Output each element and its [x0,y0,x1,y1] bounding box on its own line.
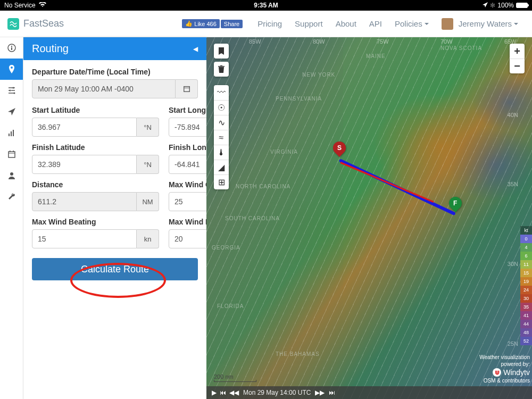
start-lat-input[interactable] [32,118,137,137]
map-timeline[interactable]: ▶ ⏮ ◀◀ Mon 29 May 14:00 UTC ▶▶ ⏭ [206,386,532,399]
lat-label: 25N [508,340,518,347]
calendar-icon[interactable] [176,79,198,98]
svg-point-5 [13,93,15,94]
precip-layer-button[interactable]: ◢ [214,160,229,174]
state-label: PENNSYLVANIA [276,96,322,102]
map-canvas[interactable]: 85W 80W 75W 70W 65W 40N 35N 30N 25N MAIN… [206,37,532,399]
nav-pricing[interactable]: Pricing [251,19,288,28]
finish-marker[interactable]: F [449,197,462,214]
wifi-icon [39,2,46,9]
panel-header[interactable]: Routing ◀ [23,37,206,60]
rail-calendar[interactable] [0,144,23,165]
beating-label: Max Wind Beating [32,218,159,226]
rail-info[interactable] [0,37,23,59]
svg-rect-7 [11,131,12,136]
scale-cell: 0 [520,235,532,243]
state-label: GEORGIA [212,245,240,251]
scale-cell: 4 [520,243,532,252]
beating-input[interactable] [32,229,137,248]
top-nav: FastSeas 👍 Like 466 Share Pricing Suppor… [0,11,532,37]
distance-input [32,192,137,211]
brand-name: FastSeas [23,18,64,29]
routing-panel: Routing ◀ Departure Date/Time (Local Tim… [23,37,206,399]
zoom-in-button[interactable]: + [510,44,525,59]
waves-layer-button[interactable]: ∿ [214,115,229,130]
rail-navigate[interactable] [0,101,23,122]
scale-cell: 41 [520,311,532,320]
departure-input[interactable] [32,79,176,98]
state-label: NEW YORK [302,72,335,78]
start-lat-label: Start Latitude [32,106,159,114]
zoom-out-button[interactable]: − [510,59,525,73]
svg-point-3 [12,87,14,89]
battery-percent: 100% [497,2,514,9]
step-fwd-button[interactable]: ▶▶ [315,389,325,396]
bookmark-button[interactable] [214,44,229,59]
svg-point-4 [9,90,11,92]
scale-cell: 6 [520,252,532,260]
rail-stats[interactable] [0,122,23,144]
wind-layer-button[interactable]: 〰 [214,85,229,100]
bluetooth-icon: ✻ [490,2,495,9]
nav-support[interactable]: Support [288,19,329,28]
fb-like-button[interactable]: 👍 Like 466 [182,19,220,28]
nav-policies[interactable]: Policies [388,19,435,28]
play-button[interactable]: ▶ [212,389,217,396]
grid-layer-button[interactable]: ⊞ [214,174,229,189]
svg-rect-12 [13,151,14,152]
step-back-button[interactable]: ◀◀ [229,389,239,396]
rail-profile[interactable] [0,165,23,186]
location-icon [483,2,488,9]
pressure-layer-button[interactable]: ☉ [214,100,229,115]
distance-label: Distance [32,180,159,189]
state-label: FLORIDA [217,303,244,309]
finish-lat-input[interactable] [32,155,137,174]
unit-n: °N [137,155,159,174]
temp-layer-button[interactable]: 🌡 [214,145,229,160]
map-delete-toolbar [214,62,229,77]
rail-tools[interactable] [0,186,23,207]
carrier-text: No Service [4,2,36,9]
lat-label: 35N [508,181,518,187]
nav-user[interactable]: Jeremy Waters [435,18,525,30]
windy-icon: ⋓ [493,368,501,377]
panel-title: Routing [32,43,69,55]
calculate-route-button[interactable]: Calculate Route [32,258,198,280]
lat-label: 40N [508,112,518,118]
chevron-down-icon [514,23,518,25]
state-label: SOUTH CAROLINA [225,215,280,221]
lon-label: 80W [313,38,325,45]
state-label: NORTH CAROLINA [236,184,290,189]
lon-label: 70W [440,38,453,45]
scale-cell: 52 [520,337,532,345]
wind-color-scale: kt 04611151924303541444852 [520,226,532,345]
fb-share-button[interactable]: Share [221,20,243,28]
lon-label: 85W [249,38,261,45]
brand[interactable]: FastSeas [7,18,64,30]
state-label: NOVA SCOTIA [440,45,482,51]
nav-about[interactable]: About [329,19,363,28]
swell-layer-button[interactable]: ≈ [214,130,229,145]
departure-label: Departure Date/Time (Local Time) [32,68,198,76]
distance-scale: 200 nm [214,373,256,382]
status-bar: No Service 9:35 AM ✻ 100% [0,0,532,11]
scale-cell: 48 [520,328,532,337]
rewind-button[interactable]: ⏮ [220,389,226,396]
state-label: MAINE [366,53,386,59]
unit-n: °N [137,118,159,137]
windy-logo[interactable]: ⋓Windytv [479,368,530,377]
collapse-icon[interactable]: ◀ [193,45,198,53]
rail-settings[interactable] [0,80,23,101]
map-bookmark-toolbar [214,44,229,59]
svg-rect-11 [10,151,11,152]
timeline-label: Mon 29 May 14:00 UTC [243,389,311,396]
rail-routing[interactable] [0,59,23,80]
svg-rect-14 [184,87,189,92]
trash-button[interactable] [214,62,229,77]
nav-api[interactable]: API [363,19,388,28]
svg-rect-1 [11,47,12,50]
sidebar-rail [0,37,23,399]
skip-fwd-button[interactable]: ⏭ [329,389,335,396]
start-marker[interactable]: S [333,142,346,159]
scale-cell: 19 [520,277,532,286]
